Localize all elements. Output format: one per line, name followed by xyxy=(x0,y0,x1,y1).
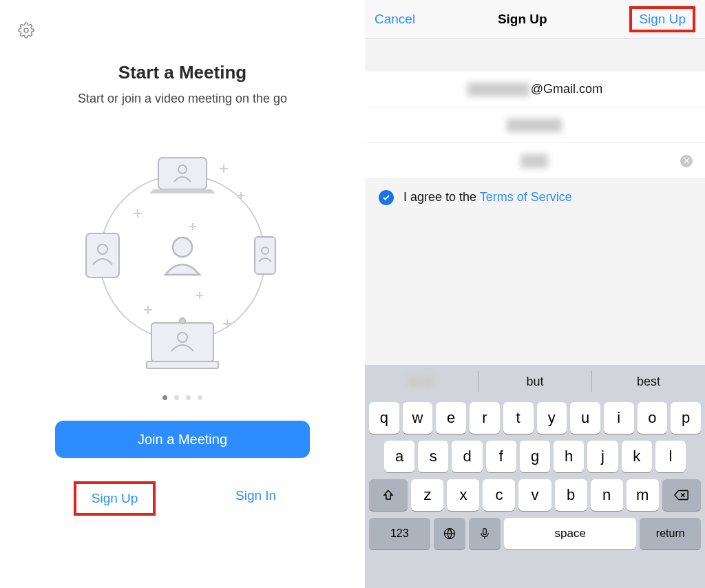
key-p[interactable]: p xyxy=(671,402,701,434)
key-x[interactable]: x xyxy=(447,479,479,511)
welcome-panel: Start a Meeting Start or join a video me… xyxy=(0,0,365,588)
obscured-text xyxy=(467,83,529,96)
sign-up-button[interactable]: Sign Up xyxy=(629,6,695,32)
dot-4 xyxy=(198,395,202,400)
meeting-illustration xyxy=(79,127,286,381)
key-row-3: z x c v b n m xyxy=(369,479,701,511)
key-backspace[interactable] xyxy=(662,479,701,511)
nav-title: Sign Up xyxy=(498,12,547,27)
suggestion-bar: but best xyxy=(365,365,705,398)
key-t[interactable]: t xyxy=(503,402,534,434)
key-row-1: q w e r t y u i o p xyxy=(369,402,701,434)
key-b[interactable]: b xyxy=(555,479,587,511)
key-i[interactable]: i xyxy=(604,402,634,434)
key-o[interactable]: o xyxy=(638,402,668,434)
key-a[interactable]: a xyxy=(384,441,414,472)
agree-checkbox[interactable] xyxy=(379,190,394,205)
key-e[interactable]: e xyxy=(436,402,466,434)
keyboard: but best q w e r t y u i o p a s d f g xyxy=(365,365,705,588)
clear-input-icon[interactable]: ✕ xyxy=(680,155,693,167)
agree-text: I agree to the Terms of Service xyxy=(403,190,572,204)
page-indicator xyxy=(0,395,365,400)
key-z[interactable]: z xyxy=(411,479,443,511)
key-l[interactable]: l xyxy=(655,441,686,472)
key-g[interactable]: g xyxy=(520,441,550,472)
key-return[interactable]: return xyxy=(640,518,701,549)
key-v[interactable]: v xyxy=(518,479,551,511)
svg-point-10 xyxy=(180,318,185,324)
agree-prefix: I agree to the xyxy=(403,190,480,204)
svg-point-2 xyxy=(173,238,192,257)
footer-links: Sign Up Sign In xyxy=(0,481,365,516)
key-y[interactable]: y xyxy=(537,402,567,434)
svg-rect-5 xyxy=(86,233,119,277)
key-j[interactable]: j xyxy=(587,441,618,472)
signup-panel: Cancel Sign Up Sign Up @Gmail.com ✕ I ag… xyxy=(365,0,705,588)
terms-link[interactable]: Terms of Service xyxy=(480,190,572,204)
key-m[interactable]: m xyxy=(627,479,659,511)
suggestion-3[interactable]: best xyxy=(592,371,705,392)
last-field[interactable]: ✕ xyxy=(365,143,705,179)
key-globe-icon[interactable] xyxy=(434,518,465,549)
key-space[interactable]: space xyxy=(504,518,637,549)
sign-up-link[interactable]: Sign Up xyxy=(74,481,156,516)
email-suffix: @Gmail.com xyxy=(531,82,602,96)
svg-rect-7 xyxy=(255,237,275,274)
key-mic-icon[interactable] xyxy=(469,518,501,549)
svg-rect-11 xyxy=(147,361,218,368)
key-h[interactable]: h xyxy=(554,441,584,472)
key-w[interactable]: w xyxy=(403,402,433,434)
key-q[interactable]: q xyxy=(369,402,399,434)
key-f[interactable]: f xyxy=(486,441,516,472)
key-n[interactable]: n xyxy=(591,479,623,511)
key-c[interactable]: c xyxy=(483,479,515,511)
svg-rect-14 xyxy=(483,529,487,535)
key-shift[interactable] xyxy=(369,479,408,511)
dot-1 xyxy=(162,395,167,400)
join-meeting-button[interactable]: Join a Meeting xyxy=(55,421,310,458)
dot-2 xyxy=(174,395,179,400)
cancel-button[interactable]: Cancel xyxy=(375,12,415,27)
key-k[interactable]: k xyxy=(622,441,652,472)
key-row-2: a s d f g h j k l xyxy=(369,441,701,472)
key-s[interactable]: s xyxy=(418,441,448,472)
key-d[interactable]: d xyxy=(452,441,482,472)
key-numbers[interactable]: 123 xyxy=(369,518,430,549)
obscured-text xyxy=(520,154,548,168)
key-r[interactable]: r xyxy=(470,402,500,434)
key-u[interactable]: u xyxy=(570,402,600,434)
signup-form: @Gmail.com ✕ xyxy=(365,39,705,179)
page-title: Start a Meeting xyxy=(0,62,365,83)
terms-row: I agree to the Terms of Service xyxy=(365,179,705,365)
page-subtitle: Start or join a video meeting on the go xyxy=(0,92,365,106)
name-field[interactable] xyxy=(365,107,705,143)
email-field[interactable]: @Gmail.com xyxy=(365,72,705,107)
suggestion-1[interactable] xyxy=(365,371,478,392)
obscured-text xyxy=(407,375,434,388)
dot-3 xyxy=(186,395,191,400)
nav-bar: Cancel Sign Up Sign Up xyxy=(365,0,705,39)
gear-icon[interactable] xyxy=(18,22,34,39)
svg-point-0 xyxy=(24,28,28,32)
obscured-text xyxy=(507,118,562,132)
key-row-4: 123 space return xyxy=(369,518,701,549)
suggestion-2[interactable]: but xyxy=(478,371,592,392)
sign-in-link[interactable]: Sign In xyxy=(220,481,291,516)
